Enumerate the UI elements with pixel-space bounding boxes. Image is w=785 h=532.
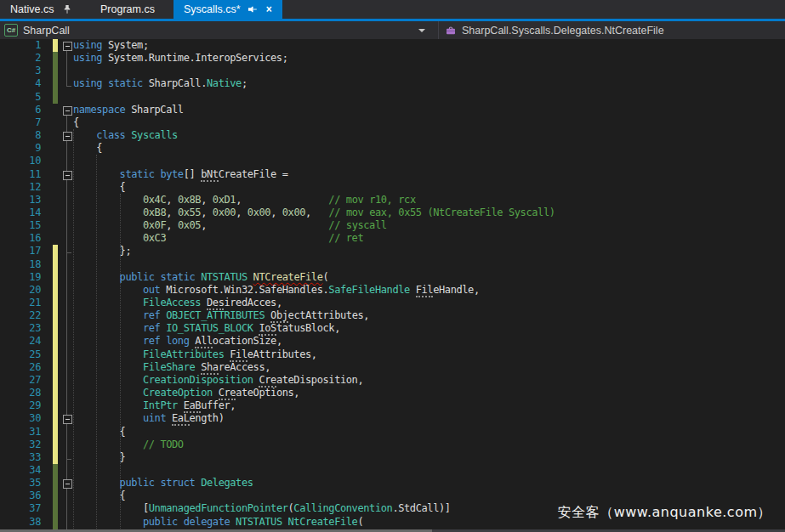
code-text: { xyxy=(73,116,79,129)
line-number: 33 xyxy=(0,451,41,464)
fold-region-end xyxy=(66,246,71,253)
line-number: 1 xyxy=(0,39,41,52)
collapse-toggle-icon[interactable] xyxy=(63,106,72,116)
code-line: 28 CreateOption CreateOptions, xyxy=(0,387,785,399)
line-number: 13 xyxy=(0,194,41,207)
code-text: [UnmanagedFunctionPointer(CallingConvent… xyxy=(73,502,451,515)
code-text: uint EaLength) xyxy=(73,412,224,425)
code-line: 24 ref long AllocationSize, xyxy=(0,335,785,348)
change-bar-unsaved xyxy=(53,309,58,322)
tab-label: Program.cs xyxy=(100,3,155,15)
code-line: 10 xyxy=(0,155,785,167)
change-bar-unsaved xyxy=(53,426,58,439)
code-line: 3 xyxy=(0,65,785,77)
code-text: public delegate NTSTATUS NtCreateFile( xyxy=(73,516,363,529)
line-number: 3 xyxy=(0,65,41,77)
fold-region-end xyxy=(66,452,71,460)
line-number: 22 xyxy=(0,309,41,322)
tab-native-cs[interactable]: Native.cs xyxy=(0,0,85,19)
line-number: 37 xyxy=(0,502,41,515)
line-number: 36 xyxy=(0,490,41,502)
tab-bar: Native.cs Program.cs Syscalls.cs* × xyxy=(0,0,785,19)
tab-label: Syscalls.cs* xyxy=(184,3,241,15)
vs-editor-window: Native.cs Program.cs Syscalls.cs* × C# S… xyxy=(0,0,785,532)
code-line: 2using System.Runtime.InteropServices; xyxy=(0,52,785,65)
collapse-toggle-icon[interactable] xyxy=(63,171,72,180)
delegate-icon xyxy=(446,25,456,36)
code-line: 29 IntPtr EaBuffer, xyxy=(0,399,785,412)
tab-syscalls-cs[interactable]: Syscalls.cs* × xyxy=(173,0,282,19)
change-bar-saved xyxy=(53,477,58,490)
code-text: using System; xyxy=(73,39,149,52)
collapse-toggle-icon[interactable] xyxy=(63,479,72,489)
code-text: static byte[] bNtCreateFile = xyxy=(73,168,288,181)
code-line: 33 } xyxy=(0,451,785,464)
line-number: 38 xyxy=(0,516,41,529)
code-line: 20 out Microsoft.Win32.SafeHandles.SafeF… xyxy=(0,284,785,297)
line-number: 4 xyxy=(0,77,41,90)
project-dropdown[interactable]: C# SharpCall xyxy=(0,21,439,39)
line-number: 29 xyxy=(0,399,41,412)
code-line: 6namespace SharpCall xyxy=(0,104,785,116)
code-line: 23 ref IO_STATUS_BLOCK IoStatusBlock, xyxy=(0,322,785,335)
code-text: public static NTSTATUS NTCreateFile( xyxy=(73,271,328,284)
change-bar-saved xyxy=(53,52,58,65)
tab-program-cs[interactable]: Program.cs xyxy=(85,0,173,19)
change-bar-unsaved xyxy=(53,348,58,361)
code-line: 15 0x0F, 0x05, // syscall xyxy=(0,219,785,232)
project-name: SharpCall xyxy=(23,25,70,37)
code-line: 27 CreationDisposition CreateDisposition… xyxy=(0,374,785,387)
change-bar-unsaved xyxy=(53,439,58,451)
line-number: 18 xyxy=(0,258,41,271)
change-bar-unsaved xyxy=(53,399,58,412)
change-bar-saved xyxy=(53,77,58,90)
code-line: 18 xyxy=(0,258,785,271)
code-text: ref long AllocationSize, xyxy=(73,335,282,348)
code-line: 11 static byte[] bNtCreateFile = xyxy=(0,168,785,181)
code-text: ref IO_STATUS_BLOCK IoStatusBlock, xyxy=(73,322,340,335)
code-text: 0x4C, 0x8B, 0xD1, // mov r10, rcx xyxy=(73,194,416,207)
change-bar-unsaved xyxy=(53,451,58,464)
member-dropdown[interactable]: SharpCall.Syscalls.Delegates.NtCreateFil… xyxy=(439,21,785,39)
code-line: 25 FileAttributes FileAttributes, xyxy=(0,348,785,361)
line-number: 31 xyxy=(0,426,41,439)
code-text: { xyxy=(73,426,125,439)
collapse-toggle-icon[interactable] xyxy=(63,42,72,51)
code-text: 0x0F, 0x05, // syscall xyxy=(73,219,387,232)
code-line: 34 xyxy=(0,464,785,477)
line-number: 19 xyxy=(0,271,41,284)
code-line: 4using static SharpCall.Native; xyxy=(0,77,785,90)
code-text: ref OBJECT_ATTRIBUTES ObjectAttributes, xyxy=(73,309,369,322)
code-line: 7{ xyxy=(0,116,785,129)
code-editor[interactable]: 1using System;2using System.Runtime.Inte… xyxy=(0,39,785,532)
code-line: 12 { xyxy=(0,181,785,194)
code-text: CreateOption CreateOptions, xyxy=(73,387,299,399)
code-text: class Syscalls xyxy=(73,129,178,142)
pin-icon[interactable] xyxy=(62,4,72,14)
code-text: { xyxy=(73,142,102,155)
navigation-bar: C# SharpCall SharpCall.Syscalls.Delegate… xyxy=(0,21,785,39)
pin-icon[interactable] xyxy=(247,4,258,14)
code-text: using static SharpCall.Native; xyxy=(73,77,247,90)
code-line: 32 // TODO xyxy=(0,439,785,451)
line-number: 10 xyxy=(0,155,41,167)
code-line: 13 0x4C, 0x8B, 0xD1, // mov r10, rcx xyxy=(0,194,785,207)
code-line: 1using System; xyxy=(0,39,785,52)
change-bar-saved xyxy=(53,516,58,529)
line-number: 17 xyxy=(0,245,41,258)
code-line: 36 { xyxy=(0,490,785,502)
close-icon[interactable]: × xyxy=(266,4,272,14)
collapse-toggle-icon[interactable] xyxy=(63,415,72,424)
code-text: out Microsoft.Win32.SafeHandles.SafeFile… xyxy=(73,284,480,297)
line-number: 6 xyxy=(0,104,41,116)
line-number: 2 xyxy=(0,52,41,65)
code-text: 0xC3 // ret xyxy=(73,232,363,245)
change-bar-unsaved xyxy=(53,39,58,52)
code-line: 19 public static NTSTATUS NTCreateFile( xyxy=(0,271,785,284)
collapse-toggle-icon[interactable] xyxy=(63,132,72,141)
line-number: 27 xyxy=(0,374,41,387)
code-line: 35 public struct Delegates xyxy=(0,477,785,490)
code-text: { xyxy=(73,181,125,194)
tab-label: Native.cs xyxy=(10,3,54,15)
chevron-down-icon[interactable] xyxy=(418,29,425,32)
